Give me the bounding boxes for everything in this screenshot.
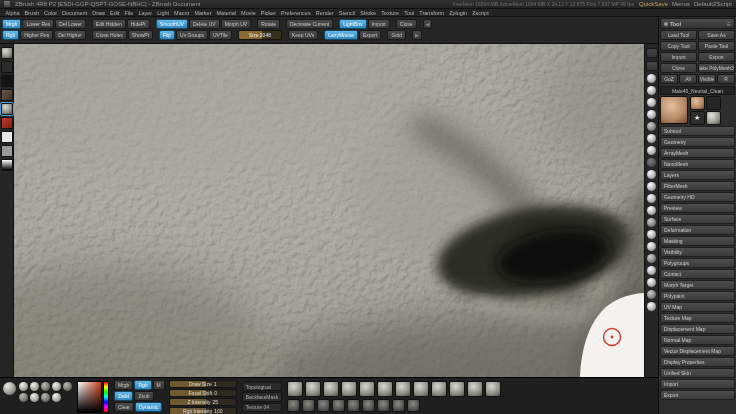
menu-item[interactable]: Alpha (3, 10, 22, 16)
subpalette-bar[interactable]: Geometry (660, 137, 735, 147)
menu-item[interactable]: Stroke (358, 10, 379, 16)
dot-icon[interactable] (647, 302, 656, 311)
subpalette-bar[interactable]: Contact (660, 269, 735, 279)
zadd-toggle[interactable]: Zadd (114, 391, 133, 401)
alpha-thumbnail[interactable] (1, 75, 13, 87)
save-as-button[interactable]: Save As (698, 30, 735, 40)
quick-pick-9[interactable] (52, 393, 61, 402)
color-sv-square[interactable] (77, 381, 102, 413)
subpalette-bar[interactable]: Preview (660, 203, 735, 213)
menu-item[interactable]: Preferences (279, 10, 314, 16)
subpalette-bar[interactable]: Surface (660, 214, 735, 224)
rotate-uv-button[interactable]: Rotate (257, 19, 280, 29)
zoom-icon[interactable] (647, 218, 656, 227)
alpha-thumbnail-9[interactable] (407, 399, 420, 412)
focal-shift-slider[interactable]: Focal Shift 0 (169, 389, 237, 397)
draw-size-slider[interactable]: Draw Size 1 (169, 380, 237, 388)
mrgb-toggle[interactable]: Mrgb (114, 380, 133, 390)
alpha-thumbnail-3[interactable] (317, 399, 330, 412)
lsym-icon[interactable] (647, 110, 656, 119)
menu-item[interactable]: Layer (136, 10, 155, 16)
higher-res-button[interactable]: Higher Res (20, 30, 53, 40)
rgb-button[interactable]: Rgb (2, 30, 19, 40)
alpha-thumbnail-4[interactable] (332, 399, 345, 412)
close-button[interactable]: Close (396, 19, 417, 29)
menu-item[interactable]: Render (313, 10, 336, 16)
subpalette-bar[interactable]: UV Map (660, 302, 735, 312)
keep-uvs-button[interactable]: Keep UVs (288, 30, 319, 40)
subpalette-bar[interactable]: Normal Map (660, 335, 735, 345)
quick-pick-8[interactable] (41, 393, 50, 402)
scale-icon[interactable] (647, 194, 656, 203)
menu-item[interactable]: Zplugin (447, 10, 470, 16)
uv-map-size-slider[interactable]: Size 2048 (238, 30, 282, 40)
scroll-icon[interactable] (647, 230, 656, 239)
aa-half-icon[interactable] (647, 254, 656, 263)
bpr-button[interactable] (646, 48, 658, 58)
menu-item[interactable]: Brush (22, 10, 41, 16)
menu-item[interactable]: Color (41, 10, 59, 16)
brush-thumbnail-3[interactable] (323, 381, 339, 397)
palette-menu-icon[interactable]: ☰ (727, 21, 731, 27)
move-icon[interactable] (647, 182, 656, 191)
tool-thumb-star[interactable]: ★ (690, 111, 705, 125)
menu-item[interactable]: Edit (108, 10, 122, 16)
hidept-button[interactable]: HidePt (127, 19, 150, 29)
brush-thumbnail[interactable] (1, 47, 13, 59)
quick-pick-5[interactable] (63, 382, 72, 391)
floor-icon[interactable] (647, 86, 656, 95)
alpha-thumbnail-1[interactable] (287, 399, 300, 412)
transp-icon[interactable] (647, 122, 656, 131)
shelf-prev-icon[interactable]: ◀ (423, 19, 433, 29)
brush-thumbnail-7[interactable] (395, 381, 411, 397)
clone-button[interactable]: Clone (660, 63, 697, 73)
tool-thumb-mesh[interactable] (706, 96, 721, 110)
menu-item[interactable]: Texture (379, 10, 402, 16)
subpalette-bar[interactable]: Subtool (660, 126, 735, 136)
brush-toggle[interactable]: BackfaceMask (242, 392, 283, 401)
del-higher-button[interactable]: Del Higher (54, 30, 86, 40)
quick-pick-1[interactable] (19, 382, 28, 391)
spotlight-dial-icon[interactable] (3, 382, 16, 395)
stroke-thumbnail[interactable] (1, 61, 13, 73)
lightbox-button[interactable]: LightBox (339, 19, 366, 29)
alpha-thumbnail-5[interactable] (347, 399, 360, 412)
paste-tool-button[interactable]: Paste Tool (698, 41, 735, 51)
subpalette-bar[interactable]: Unified Skin (660, 368, 735, 378)
subpalette-bar[interactable]: Display Properties (660, 357, 735, 367)
subpalette-bar[interactable]: Texture Map (660, 313, 735, 323)
subpalette-bar[interactable]: Polypaint (660, 291, 735, 301)
menu-item[interactable]: Marker (192, 10, 214, 16)
morph-uv-button[interactable]: Morph UV (221, 19, 252, 29)
menu-item[interactable]: File (122, 10, 136, 16)
brush-thumbnail-10[interactable] (449, 381, 465, 397)
shelf-next-icon[interactable]: ▶ (412, 30, 422, 40)
decimate-current-button[interactable]: Decimate Current (286, 19, 333, 29)
brush-thumbnail-2[interactable] (305, 381, 321, 397)
secondary-color-swatch[interactable] (1, 145, 13, 157)
alpha-thumbnail-6[interactable] (362, 399, 375, 412)
brush-thumbnail-6[interactable] (377, 381, 393, 397)
rgb-toggle[interactable]: Rgb (134, 380, 151, 390)
texture-thumbnail[interactable] (1, 89, 13, 101)
uvtile-button[interactable]: UVTile (209, 30, 232, 40)
alpha-thumbnail-8[interactable] (392, 399, 405, 412)
frame-icon[interactable] (647, 170, 656, 179)
sculpt-canvas[interactable] (14, 44, 644, 377)
tool-thumb-face[interactable] (690, 96, 705, 110)
zoom-3d-icon[interactable] (647, 266, 656, 275)
quick-pick-3[interactable] (41, 382, 50, 391)
subpalette-bar[interactable]: Geometry HD (660, 192, 735, 202)
default-zscript-button[interactable]: DefaultZScript (694, 1, 732, 7)
subpalette-bar[interactable]: Vector Displacement Map (660, 346, 735, 356)
z-intensity-slider[interactable]: Z Intensity 25 (169, 398, 237, 406)
dynamic-toggle[interactable]: Dynamic (135, 402, 162, 412)
rotate-icon[interactable] (647, 206, 656, 215)
goz-all-button[interactable]: All (679, 74, 697, 84)
menus-toggle[interactable]: Menus (672, 1, 690, 7)
brush-toggle[interactable]: Topological (242, 382, 283, 391)
quicksave-button[interactable]: QuickSave (639, 1, 668, 7)
sculpt-viewport[interactable] (14, 44, 644, 377)
subpalette-bar[interactable]: Morph Target (660, 280, 735, 290)
material-thumbnail[interactable] (1, 103, 13, 115)
